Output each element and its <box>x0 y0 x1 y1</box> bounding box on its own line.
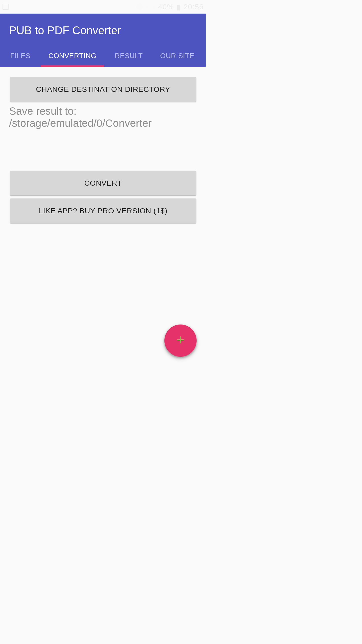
page-title: PUB to PDF Converter <box>0 14 206 46</box>
notification-icon <box>3 4 9 10</box>
buy-pro-button[interactable]: LIKE APP? BUY PRO VERSION (1$) <box>10 198 196 223</box>
battery-icon: ▮ <box>176 3 181 11</box>
tab-our-site[interactable]: OUR SITE <box>153 46 206 67</box>
save-path-text: Save result to: /storage/emulated/0/Conv… <box>9 105 196 130</box>
tab-result[interactable]: RESULT <box>104 46 153 67</box>
plus-icon <box>176 335 185 346</box>
change-destination-button[interactable]: CHANGE DESTINATION DIRECTORY <box>10 77 196 102</box>
app-bar: PUB to PDF Converter FILES CONVERTING RE… <box>0 14 206 67</box>
add-fab-button[interactable] <box>164 325 197 357</box>
primary-actions: CONVERT LIKE APP? BUY PRO VERSION (1$) <box>10 171 196 226</box>
status-bar-left <box>3 4 9 10</box>
battery-percent: 40% <box>158 3 174 11</box>
clock: 20:56 <box>184 3 204 11</box>
volume-mute-icon: 🔇 <box>136 4 143 10</box>
status-bar: 🔇 ▾ ◢ 40% ▮ 20:56 <box>0 0 206 14</box>
tab-files[interactable]: FILES <box>0 46 41 67</box>
convert-button[interactable]: CONVERT <box>10 171 196 195</box>
status-bar-right: 🔇 ▾ ◢ 40% ▮ 20:56 <box>136 3 204 11</box>
tab-converting[interactable]: CONVERTING <box>41 46 104 67</box>
signal-icon: ◢ <box>151 4 156 10</box>
main-content: CHANGE DESTINATION DIRECTORY Save result… <box>0 67 206 226</box>
wifi-icon: ▾ <box>146 4 149 10</box>
tab-bar: FILES CONVERTING RESULT OUR SITE <box>0 46 206 67</box>
